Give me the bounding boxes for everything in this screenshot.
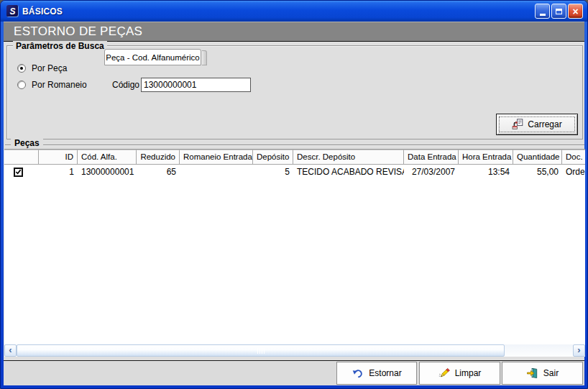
codigo-input[interactable] <box>141 78 251 92</box>
col-header-quantidade: Quantidade <box>513 150 562 164</box>
sair-label: Sair <box>543 368 559 378</box>
load-icon <box>512 119 523 130</box>
chevron-right-icon: › <box>577 344 580 355</box>
scroll-left-button[interactable]: ‹ <box>4 344 17 357</box>
window-title: BÁSICOS <box>22 6 63 17</box>
radio-por-peca[interactable] <box>17 64 26 73</box>
col-header-data-entrada: Data Entrada <box>404 150 459 164</box>
limpar-button[interactable]: Limpar <box>419 362 500 385</box>
scroll-right-button[interactable]: › <box>573 344 585 357</box>
application-window: S BÁSICOS × ESTORNO DE PEÇAS Parâmetros … <box>0 0 588 389</box>
col-header-id: ID <box>39 150 78 164</box>
scrollbar-thumb[interactable] <box>17 344 505 357</box>
col-header-deposito: Depósito <box>253 150 293 164</box>
codigo-label: Código <box>112 80 138 90</box>
maximize-button[interactable] <box>551 4 566 19</box>
cell-quantidade: 55,00 <box>513 165 562 179</box>
titlebar: S BÁSICOS × <box>1 1 587 22</box>
pecas-group-label: Peças <box>11 138 43 148</box>
cell-deposito: 5 <box>253 165 293 179</box>
app-logo-icon: S <box>6 5 19 17</box>
chevron-left-icon: ‹ <box>9 344 12 355</box>
tab-peca-cod-alfanumerico[interactable]: Peça - Cod. Alfanumérico <box>104 49 201 65</box>
col-header-romaneio-entrada: Romaneio Entrada <box>180 150 253 164</box>
col-header-descr-deposito: Descr. Depósito <box>293 150 404 164</box>
footer-bar: Estornar Limpar Sair <box>4 360 584 385</box>
carregar-button[interactable]: Carregar <box>496 114 578 135</box>
col-header-hora-entrada: Hora Entrada <box>459 150 513 164</box>
cell-descr-deposito: TECIDO ACABADO REVISAO <box>293 165 404 179</box>
col-header-cod-alfa: Cód. Alfa. <box>78 150 137 164</box>
estornar-button[interactable]: Estornar <box>336 362 417 385</box>
close-icon: × <box>572 6 578 17</box>
minimize-button[interactable] <box>535 4 550 19</box>
cell-data-entrada: 27/03/2007 <box>404 165 459 179</box>
tab-edge <box>202 50 207 65</box>
cell-reduzido: 65 <box>137 165 180 179</box>
minimize-icon <box>540 14 546 16</box>
limpar-label: Limpar <box>455 368 482 378</box>
search-group-label: Parâmetros de Busca <box>13 41 107 51</box>
window-body: ESTORNO DE PEÇAS Parâmetros de Busca Peç… <box>4 22 584 385</box>
radio-por-romaneio-label: Por Romaneio <box>32 80 87 90</box>
undo-icon <box>352 368 364 379</box>
radio-por-peca-label: Por Peça <box>32 63 67 73</box>
page-title: ESTORNO DE PEÇAS <box>4 22 584 42</box>
sair-button[interactable]: Sair <box>502 362 583 385</box>
search-parameters-group: Parâmetros de Busca Peça - Cod. Alfanumé… <box>6 45 583 139</box>
cell-id: 1 <box>39 165 78 179</box>
radio-por-romaneio[interactable] <box>17 81 26 89</box>
pecas-grid: ID Cód. Alfa. Reduzido Romaneio Entrada … <box>4 149 585 344</box>
carregar-label: Carregar <box>528 119 561 129</box>
estornar-label: Estornar <box>369 368 401 378</box>
row-checkbox[interactable] <box>14 168 23 177</box>
col-header-check <box>4 150 39 164</box>
cell-hora-entrada: 13:54 <box>459 165 513 179</box>
grid-header: ID Cód. Alfa. Reduzido Romaneio Entrada … <box>4 150 585 165</box>
horizontal-scrollbar[interactable]: ‹ › <box>4 344 585 357</box>
cell-doc: Orde <box>562 165 585 179</box>
col-header-doc: Doc. <box>562 150 585 164</box>
maximize-icon <box>556 9 562 14</box>
exit-door-icon <box>526 367 538 379</box>
pecas-group: Peças <box>5 137 584 147</box>
cell-cod-alfa: 13000000001 <box>78 165 137 179</box>
table-row[interactable]: 1 13000000001 65 5 TECIDO ACABADO REVISA… <box>4 165 585 179</box>
check-icon <box>15 168 22 175</box>
close-button[interactable]: × <box>568 4 583 19</box>
col-header-reduzido: Reduzido <box>137 150 180 164</box>
eraser-icon <box>438 367 450 379</box>
